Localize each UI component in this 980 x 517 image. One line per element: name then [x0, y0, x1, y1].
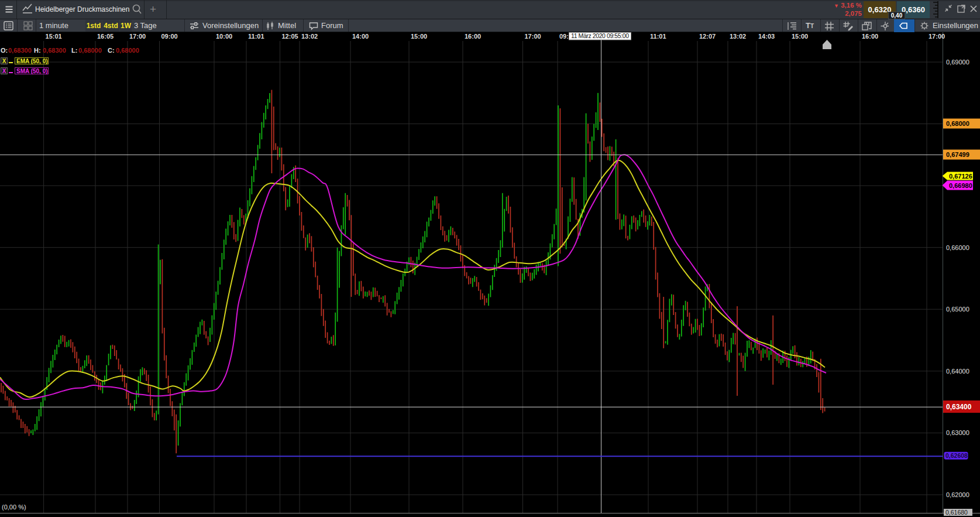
svg-text:0,62000: 0,62000 — [946, 491, 969, 498]
svg-text:0,64000: 0,64000 — [946, 368, 969, 375]
svg-text:0,63400: 0,63400 — [946, 403, 972, 411]
svg-text:0,67126: 0,67126 — [949, 173, 972, 180]
svg-text:14:03: 14:03 — [758, 33, 775, 40]
svg-text:0,68300: 0,68300 — [43, 47, 66, 54]
svg-text:C:: C: — [108, 47, 115, 54]
svg-text:L:: L: — [71, 47, 77, 54]
svg-text:12:05: 12:05 — [282, 33, 298, 40]
svg-text:15:01: 15:01 — [46, 33, 62, 40]
svg-text:0,61680: 0,61680 — [945, 509, 968, 516]
svg-text:0,68000: 0,68000 — [116, 47, 139, 54]
svg-text:0,62608: 0,62608 — [945, 452, 968, 459]
svg-text:11 März 2020 09:55:00: 11 März 2020 09:55:00 — [571, 32, 629, 39]
svg-text:0,63000: 0,63000 — [946, 429, 969, 436]
svg-text:16:05: 16:05 — [97, 33, 114, 40]
svg-text:X: X — [2, 58, 6, 64]
svg-text:16:00: 16:00 — [465, 33, 481, 40]
svg-text:13:02: 13:02 — [301, 33, 318, 40]
svg-text:09:00: 09:00 — [161, 33, 178, 40]
svg-text:17:00: 17:00 — [929, 33, 945, 40]
svg-text:10:00: 10:00 — [216, 33, 232, 40]
svg-text:(0,00 %): (0,00 %) — [2, 504, 26, 511]
svg-text:0,66000: 0,66000 — [946, 244, 969, 251]
svg-text:15:00: 15:00 — [411, 33, 427, 40]
svg-text:17:00: 17:00 — [129, 33, 146, 40]
svg-text:0,68300: 0,68300 — [8, 47, 32, 54]
svg-text:11:01: 11:01 — [650, 33, 666, 40]
svg-text:EMA (50, 0): EMA (50, 0) — [16, 58, 48, 64]
svg-text:H:: H: — [34, 47, 41, 54]
svg-text:12:07: 12:07 — [699, 33, 716, 40]
svg-text:16:00: 16:00 — [862, 33, 878, 40]
svg-text:11:01: 11:01 — [248, 33, 264, 40]
svg-text:13:02: 13:02 — [730, 33, 746, 40]
svg-text:0,66980: 0,66980 — [949, 182, 972, 189]
svg-text:0,67499: 0,67499 — [946, 151, 969, 158]
svg-text:O:: O: — [1, 47, 8, 54]
svg-text:14:00: 14:00 — [352, 33, 369, 40]
svg-text:0,69000: 0,69000 — [946, 59, 969, 66]
svg-text:17:00: 17:00 — [525, 33, 541, 40]
svg-text:SMA (50, 0): SMA (50, 0) — [16, 68, 48, 74]
svg-text:15:00: 15:00 — [792, 33, 808, 40]
svg-text:0,68000: 0,68000 — [78, 47, 102, 54]
svg-text:0,68000: 0,68000 — [946, 120, 969, 127]
svg-text:X: X — [2, 68, 6, 74]
svg-text:0,65000: 0,65000 — [946, 306, 969, 313]
